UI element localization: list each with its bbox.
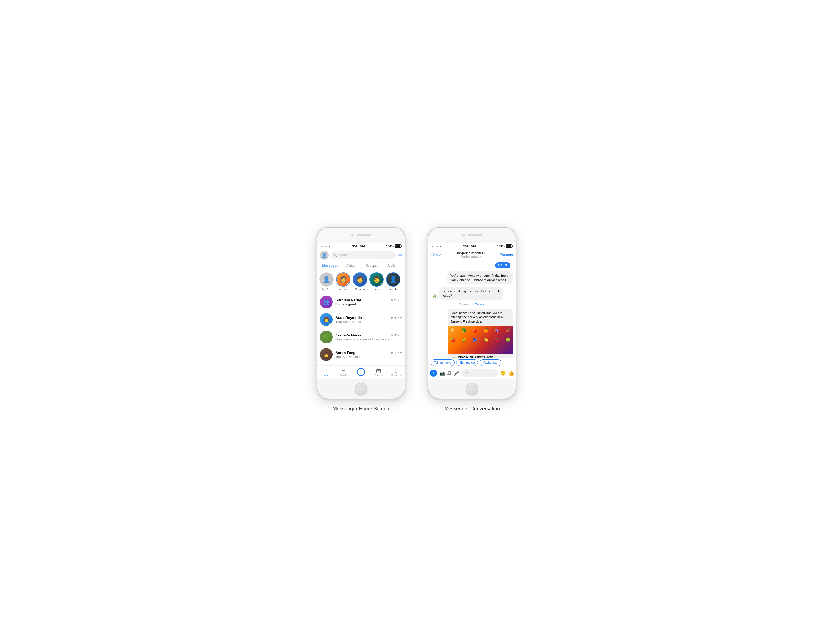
home-button-2[interactable]	[466, 383, 478, 395]
msg-avatar-0: 👥	[320, 296, 333, 308]
message-list: 👥 Surprise Party! 9:41 am Sounds good.	[317, 293, 405, 365]
home-button-1[interactable]	[355, 383, 367, 395]
tab-calls[interactable]: Calls	[381, 261, 402, 269]
new-message-icon	[357, 368, 365, 376]
user-avatar[interactable]: 👤	[320, 251, 329, 260]
bottom-tab-people[interactable]: ☰ People	[334, 368, 352, 377]
back-button[interactable]: ‹ Back	[431, 252, 442, 257]
msg-avatar-1: 👩	[320, 313, 333, 326]
back-chevron-icon: ‹	[431, 252, 432, 257]
story-loredana[interactable]: 👩 Loredana	[336, 272, 351, 291]
msg-content-0: Surprise Party! 9:41 am Sounds good.	[335, 298, 402, 306]
list-item[interactable]: 👨 Guillermo Freitas 9:04 am You sent a s…	[317, 364, 405, 365]
fruit-2: 🍅	[470, 326, 480, 335]
msg-name-0: Surprise Party!	[335, 298, 361, 302]
msg-name-3: Aaron Fang	[335, 351, 355, 355]
volume-up-button	[405, 261, 405, 269]
online-dot-henri	[380, 283, 383, 286]
list-item[interactable]: 👥 Surprise Party! 9:41 am Sounds good.	[317, 293, 405, 311]
sign-me-up-button[interactable]: Sign me up	[456, 359, 478, 366]
mic-icon[interactable]: 🎤	[454, 370, 459, 376]
story-christian[interactable]: 🧑 Christian	[353, 272, 367, 291]
msg-time-3: 9:32 am	[391, 351, 402, 354]
story-my-day[interactable]: My Day	[319, 272, 334, 291]
home-icon: ⌂	[324, 368, 327, 373]
speaker-2	[468, 234, 482, 237]
games-label: Games	[375, 374, 383, 377]
tell-me-more-button[interactable]: Tell me more	[431, 359, 455, 366]
bubble-row-1: 🌿 Is there anything else I can help you …	[431, 287, 513, 300]
compose-button[interactable]: ✏	[399, 253, 402, 258]
story-name-0: My Day	[319, 288, 334, 291]
conv-title-block: Jasper's Market > Replies instantly	[443, 251, 498, 258]
story-henri[interactable]: 👨 Henri	[369, 272, 384, 291]
phone1-bottom	[317, 379, 405, 399]
online-dot-aude	[329, 322, 332, 325]
list-item[interactable]: 👨 Aaron Fang 9:32 am You: See you there!	[317, 346, 405, 364]
wifi-icon: ▲	[328, 245, 331, 248]
bot-avatar-1: 🌿	[431, 293, 437, 300]
msg-time-0: 9:41 am	[391, 299, 402, 302]
maybe-later-button[interactable]: Maybe later	[479, 359, 502, 366]
status-time-2: 9:41 AM	[463, 244, 476, 248]
fruit-4: 🍇	[492, 326, 502, 335]
bottom-tab-discover[interactable]: ◇ Discover	[388, 368, 405, 377]
thumbs-up-button[interactable]: 👍	[508, 370, 514, 376]
phone1-screen: ●●●●● ▲ 9:41 AM 100% 👤	[317, 243, 405, 379]
fruit-8: 🫐	[470, 335, 480, 344]
fruit-7: 🌽	[459, 335, 469, 344]
plus-button[interactable]: +	[430, 370, 437, 377]
bottom-tab-home[interactable]: ⌂ Home	[317, 368, 334, 377]
battery-fill-2	[507, 245, 511, 247]
ad-image: 🍌 🥦 🍅 🍊 🍇 🥕 🍓 🌽 🫐 🍋	[448, 326, 513, 354]
msg-preview-2: Great news! For a limited time, we are..…	[335, 338, 402, 341]
story-name-3: Henri	[369, 288, 384, 291]
story-name-1: Loredana	[336, 288, 351, 291]
story-jean-m[interactable]: 👤 Jean-M	[386, 272, 400, 291]
hours-pill[interactable]: Hours	[495, 262, 510, 268]
volume-up-button-2	[516, 261, 516, 269]
list-item[interactable]: 👩 Aude Reynolds 9:40 am That works for m…	[317, 311, 405, 328]
list-item[interactable]: 🌿 Jasper's Market 9:38 am Great news! Fo…	[317, 328, 405, 346]
bottom-tab-new[interactable]	[352, 368, 370, 377]
sponsored-manage-link[interactable]: Manage	[475, 303, 485, 306]
msg-name-row-3: Aaron Fang 9:32 am	[335, 351, 402, 355]
story-name-2: Christian	[353, 288, 367, 291]
chat-input-bar: + 📷 🖼 🎤 Aa 🙂 👍	[428, 367, 516, 379]
signal-area: ●●●●● ▲	[321, 245, 331, 248]
phone1-label: Messenger Home Screen	[333, 406, 389, 412]
manage-button[interactable]: Manage	[500, 252, 513, 256]
photo-icon[interactable]: 🖼	[447, 370, 452, 376]
battery-icon-1	[395, 245, 401, 248]
tab-messages[interactable]: Messages	[320, 261, 341, 269]
battery-area-1: 100%	[386, 245, 401, 248]
signal-dots-2: ●●●●●	[432, 245, 438, 247]
search-bar[interactable]: 🔍 Search	[330, 251, 396, 259]
front-camera	[351, 234, 354, 237]
sponsored-row: Sponsored · Manage	[431, 302, 513, 306]
camera-icon[interactable]: 📷	[439, 370, 445, 376]
conv-header: ‹ Back Jasper's Market > Replies instant…	[428, 249, 516, 260]
messenger-header: 👤 🔍 Search ✏	[317, 249, 405, 261]
ad-card-title: Introducing Jasper's Fresh	[458, 356, 511, 358]
chat-bubble-1: Is there anything else I can help you wi…	[439, 287, 503, 300]
fruit-0: 🍌	[448, 326, 458, 335]
discover-label: Discover	[391, 374, 401, 377]
tab-groups[interactable]: Groups	[361, 261, 381, 269]
fruit-6: 🍓	[448, 335, 458, 344]
volume-down-button-2	[516, 271, 516, 280]
conv-title[interactable]: Jasper's Market >	[443, 251, 498, 255]
story-img-0	[320, 273, 333, 286]
emoji-icon[interactable]: 🙂	[500, 370, 506, 376]
msg-time-1: 9:40 am	[391, 316, 402, 319]
bottom-tab-games[interactable]: 🎮 Games	[370, 368, 388, 377]
text-input[interactable]: Aa	[462, 369, 498, 377]
msg-avatar-inner-3: 👨	[320, 348, 333, 361]
fruit-5: 🥕	[503, 326, 513, 335]
fruit-grid: 🍌 🥦 🍅 🍊 🍇 🥕 🍓 🌽 🫐 🍋	[448, 326, 513, 354]
msg-content-2: Jasper's Market 9:38 am Great news! For …	[335, 333, 402, 341]
home-label: Home	[323, 374, 329, 377]
ad-bubble-text: Great news! For a limited time, we are o…	[448, 309, 513, 326]
tab-active[interactable]: Active	[341, 261, 361, 269]
fruit-10: 🍒	[492, 335, 502, 344]
